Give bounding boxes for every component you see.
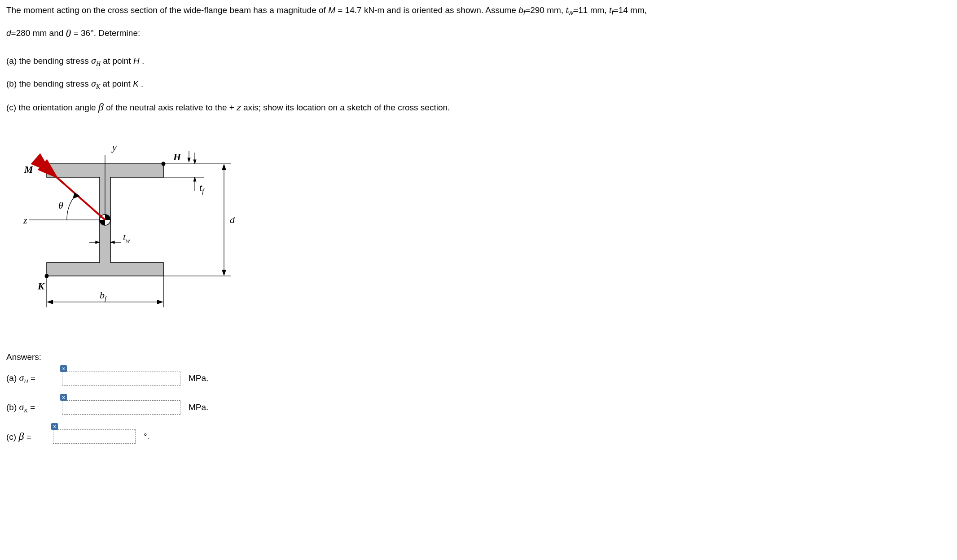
tw-label: tw xyxy=(123,231,130,244)
sigma-h-symbol: σH xyxy=(91,55,101,66)
answer-b-label: (b) σK = xyxy=(6,400,56,415)
answer-a-input[interactable] xyxy=(62,372,180,386)
theta-angle: θ xyxy=(58,192,80,220)
tw-symbol: tw xyxy=(566,5,573,15)
beta-symbol: β xyxy=(98,101,104,113)
answer-c-label: (c) β = xyxy=(6,429,47,444)
z-axis-ref: z xyxy=(237,103,241,112)
answer-row-a: (a) σH = x MPa. xyxy=(6,371,949,386)
part-c-text-2: of the neutral axis relative to the + xyxy=(106,103,234,112)
point-h-label: H xyxy=(173,151,181,162)
sigma-k-symbol: σK xyxy=(91,78,100,89)
part-b-text-3: . xyxy=(141,79,143,88)
part-a: (a) the bending stress σH at point H . xyxy=(6,54,949,69)
part-a-text-1: (a) the bending stress xyxy=(6,56,91,66)
answer-row-c: (c) β = x °. xyxy=(6,429,949,444)
part-a-text-3: . xyxy=(142,56,144,66)
answer-c-input[interactable] xyxy=(53,429,136,444)
moment-value: M = 14.7 kN-m xyxy=(328,5,384,15)
svg-marker-17 xyxy=(47,300,53,304)
d-label: d xyxy=(230,214,235,225)
answer-b-unit: MPa. xyxy=(189,402,208,414)
answer-a-unit: MPa. xyxy=(189,372,208,385)
answer-a-label: (a) σH = xyxy=(6,371,56,386)
svg-marker-18 xyxy=(157,300,163,304)
bf-dimension: bf xyxy=(47,276,163,307)
incorrect-icon: x xyxy=(51,423,58,430)
part-c: (c) the orientation angle β of the neutr… xyxy=(6,100,949,115)
part-b: (b) the bending stress σK at point K . xyxy=(6,77,949,92)
theta-label: θ xyxy=(58,200,63,211)
point-k-label: K xyxy=(37,280,45,292)
incorrect-icon: x xyxy=(60,365,67,372)
tf-value: =14 mm, xyxy=(614,5,647,15)
answer-a-input-wrap: x xyxy=(62,372,180,386)
point-h: H xyxy=(133,56,140,66)
intro-text-1: The moment acting on the cross section o… xyxy=(6,5,328,15)
answers-heading: Answers: xyxy=(6,351,949,363)
d-dimension: d xyxy=(163,164,235,276)
y-axis-label: y xyxy=(111,141,117,153)
z-axis-label: z xyxy=(23,214,27,226)
cross-section-diagram: y z M θ xyxy=(15,128,949,342)
svg-marker-13 xyxy=(222,270,226,276)
answer-c-unit: °. xyxy=(144,431,149,443)
theta-value: = 36°. Determine: xyxy=(74,28,140,38)
diagram-svg: y z M θ xyxy=(15,128,249,339)
d-value: =280 mm and xyxy=(11,28,66,38)
theta-symbol: θ xyxy=(66,27,71,39)
part-b-text-2: at point xyxy=(103,79,133,88)
tf-label: tf xyxy=(199,182,205,195)
tf-symbol: tf xyxy=(609,5,614,15)
intro-line-1: The moment acting on the cross section o… xyxy=(6,4,949,18)
point-k: K xyxy=(133,79,139,88)
problem-page: The moment acting on the cross section o… xyxy=(0,0,955,472)
part-c-text-1: (c) the orientation angle xyxy=(6,103,98,112)
intro-text-2: and is oriented as shown. Assume xyxy=(387,5,519,15)
tf-dimension: tf xyxy=(163,153,205,195)
answer-b-input[interactable] xyxy=(62,400,180,415)
d-symbol: d xyxy=(6,28,11,38)
answer-row-b: (b) σK = x MPa. xyxy=(6,400,949,415)
bf-label: bf xyxy=(100,289,107,302)
answer-c-input-wrap: x xyxy=(53,429,136,444)
incorrect-icon: x xyxy=(60,394,67,401)
part-c-text-3: axis; show its location on a sketch of t… xyxy=(243,103,450,112)
bf-value: =290 mm, xyxy=(525,5,566,15)
part-b-text-1: (b) the bending stress xyxy=(6,79,91,88)
svg-marker-12 xyxy=(222,164,226,170)
tw-value: =11 mm, xyxy=(573,5,609,15)
bf-symbol: bf xyxy=(518,5,525,15)
answer-b-input-wrap: x xyxy=(62,400,180,415)
moment-label: M xyxy=(24,164,34,175)
part-a-text-2: at point xyxy=(103,56,133,66)
intro-line-2: d=280 mm and θ = 36°. Determine: xyxy=(6,26,949,41)
